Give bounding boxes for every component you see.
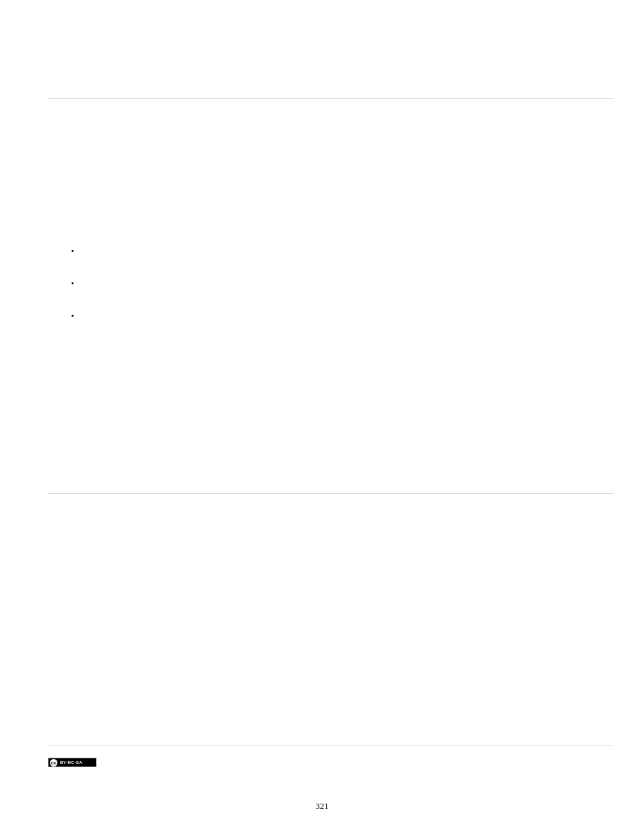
horizontal-rule <box>48 98 614 99</box>
bullet-list <box>72 250 74 347</box>
bullet-point <box>72 315 74 317</box>
page-number: 321 <box>0 801 644 812</box>
horizontal-rule <box>48 493 614 494</box>
bullet-point <box>72 250 74 252</box>
page-content: cc BY-NC-SA <box>48 0 614 834</box>
cc-logo-icon: cc <box>50 759 57 766</box>
cc-license-text: BY-NC-SA <box>60 760 82 764</box>
bullet-point <box>72 282 74 284</box>
creative-commons-badge: cc BY-NC-SA <box>48 758 97 767</box>
horizontal-rule <box>48 745 614 746</box>
